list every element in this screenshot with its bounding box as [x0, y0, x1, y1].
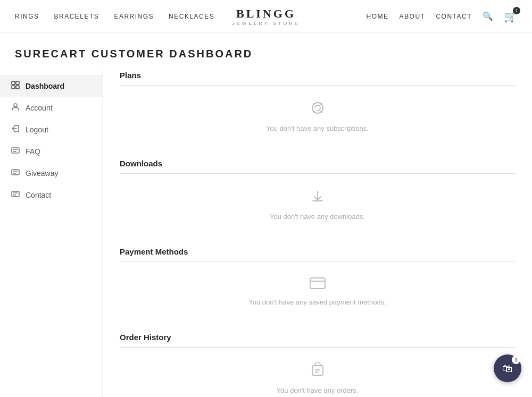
payment-empty-icon: [310, 277, 326, 293]
sidebar-item-dashboard[interactable]: Dashboard: [0, 75, 102, 97]
sidebar-item-account[interactable]: Account: [0, 97, 102, 119]
page-title-wrap: SURECART CUSTOMER DASHBOARD: [0, 33, 532, 71]
orders-empty-icon: [310, 362, 325, 381]
faq-icon: [11, 146, 20, 156]
logo-subtitle: JEWELRY STORE: [232, 21, 300, 26]
sidebar-label-faq: FAQ: [26, 147, 40, 156]
nav-right: HOME ABOUT CONTACT 🔍 🛒 1: [367, 10, 517, 23]
sidebar-item-giveaway[interactable]: Giveaway: [0, 162, 102, 184]
contact-icon: [11, 190, 20, 200]
svg-rect-0: [12, 81, 15, 85]
sidebar-label-dashboard: Dashboard: [26, 82, 64, 90]
account-icon: [11, 103, 20, 113]
sidebar: Dashboard Account Logout: [0, 71, 103, 397]
nav-bracelets[interactable]: BRACELETS: [54, 13, 99, 20]
sidebar-label-contact: Contact: [26, 191, 51, 199]
logout-icon: [11, 124, 20, 134]
plans-empty-icon: [310, 100, 325, 119]
sidebar-item-contact[interactable]: Contact: [0, 184, 102, 206]
search-icon[interactable]: 🔍: [483, 11, 493, 21]
svg-rect-9: [312, 366, 323, 375]
section-title-downloads: Downloads: [120, 159, 515, 174]
sidebar-label-giveaway: Giveaway: [26, 169, 58, 178]
downloads-empty-text: You don't have any downloads.: [270, 213, 365, 221]
orders-empty-text: You don't have any orders.: [277, 386, 359, 394]
section-body-plans: You don't have any subscriptions.: [120, 86, 515, 143]
svg-rect-8: [310, 278, 325, 289]
section-body-downloads: You don't have any downloads.: [120, 174, 515, 231]
downloads-empty-icon: [310, 189, 325, 207]
section-title-payment: Payment Methods: [120, 247, 515, 262]
nav-contact[interactable]: CONTACT: [436, 13, 472, 20]
main-layout: Dashboard Account Logout: [0, 71, 532, 397]
dashboard-icon: [11, 81, 20, 91]
section-body-orders: You don't have any orders.: [120, 348, 515, 397]
nav-about[interactable]: ABOUT: [400, 13, 426, 20]
svg-rect-6: [12, 170, 19, 175]
nav-earrings[interactable]: EARRINGS: [114, 13, 154, 20]
sidebar-label-logout: Logout: [26, 125, 48, 134]
sidebar-item-logout[interactable]: Logout: [0, 119, 102, 140]
svg-rect-1: [16, 81, 19, 85]
cart-badge: 1: [513, 7, 520, 14]
floating-cart-icon: 🛍: [502, 362, 513, 375]
cart-icon-wrap[interactable]: 🛒 1: [504, 10, 517, 23]
plans-empty-text: You don't have any subscriptions.: [266, 124, 369, 132]
section-order-history: Order History You don't have any orders.: [120, 333, 515, 397]
section-body-payment: You don't have any saved payment methods…: [120, 262, 515, 317]
logo-title: BLINGG: [232, 7, 300, 21]
top-nav: RINGS BRACELETS EARRINGS NECKLACES BLING…: [0, 0, 532, 33]
main-content: Plans You don't have any subscriptions. …: [103, 71, 532, 397]
section-payment-methods: Payment Methods You don't have any saved…: [120, 247, 515, 317]
payment-empty-text: You don't have any saved payment methods…: [248, 298, 386, 306]
section-downloads: Downloads You don't have any downloads.: [120, 159, 515, 231]
svg-rect-7: [12, 191, 19, 197]
sidebar-item-faq[interactable]: FAQ: [0, 140, 102, 162]
svg-rect-3: [16, 86, 19, 89]
nav-home[interactable]: HOME: [367, 13, 389, 20]
nav-rings[interactable]: RINGS: [15, 13, 39, 20]
page-title: SURECART CUSTOMER DASHBOARD: [15, 48, 517, 60]
logo: BLINGG JEWELRY STORE: [232, 7, 300, 26]
nav-left: RINGS BRACELETS EARRINGS NECKLACES: [15, 13, 214, 20]
section-title-plans: Plans: [120, 71, 515, 86]
svg-rect-2: [12, 86, 15, 89]
floating-cart-badge: 1: [512, 356, 520, 364]
giveaway-icon: [11, 168, 20, 178]
section-title-orders: Order History: [120, 333, 515, 348]
svg-point-4: [14, 104, 17, 107]
svg-rect-5: [12, 148, 19, 153]
nav-necklaces[interactable]: NECKLACES: [169, 13, 214, 20]
floating-cart-button[interactable]: 🛍 1: [494, 354, 521, 382]
section-plans: Plans You don't have any subscriptions.: [120, 71, 515, 143]
sidebar-label-account: Account: [26, 104, 53, 112]
